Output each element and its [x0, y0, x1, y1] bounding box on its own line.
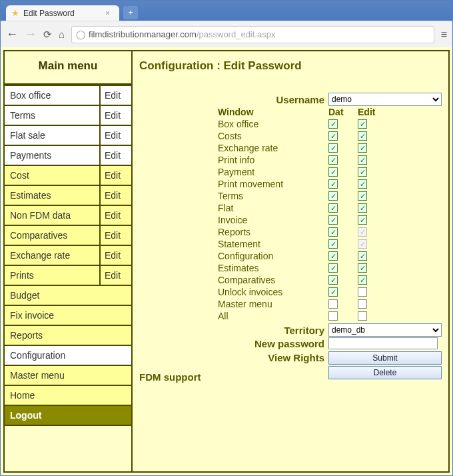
checkbox[interactable]: ✓	[328, 227, 338, 237]
new-password-input[interactable]	[328, 337, 438, 349]
permission-row: All✓✓	[218, 310, 442, 322]
sidebar-item-edit[interactable]: Edit	[99, 166, 131, 185]
sidebar-item-label[interactable]: Comparatives	[5, 226, 99, 245]
url-bar[interactable]: ◯ filmdistributionmanager.com/password_e…	[71, 26, 434, 43]
sidebar-item-label[interactable]: Terms	[5, 106, 99, 125]
view-rights-label: View Rights	[218, 352, 328, 363]
sidebar-item: Exchange rateEdit	[5, 246, 131, 266]
sidebar-item-label[interactable]: Box office	[5, 86, 99, 105]
home-button[interactable]: ⌂	[59, 29, 65, 40]
sidebar-item-label[interactable]: Master menu	[5, 366, 131, 385]
checkbox[interactable]: ✓	[328, 215, 338, 225]
permission-name: Flat	[218, 203, 328, 213]
back-button[interactable]: ←	[6, 27, 18, 41]
reload-button[interactable]: ⟳	[43, 29, 52, 41]
permission-row: Print movement✓✓	[218, 178, 442, 190]
permission-name: Configuration	[218, 251, 328, 261]
checkbox[interactable]: ✓	[358, 287, 367, 297]
permission-row: Flat✓✓	[218, 202, 442, 214]
checkbox[interactable]: ✓	[328, 203, 338, 213]
checkbox[interactable]: ✓	[358, 275, 367, 285]
permission-row: Estimates✓✓	[218, 262, 442, 274]
tab-title: Edit Password	[23, 9, 75, 18]
checkbox[interactable]: ✓	[358, 131, 367, 141]
checkbox[interactable]: ✓	[328, 155, 338, 165]
checkbox[interactable]: ✓	[358, 263, 367, 273]
checkbox[interactable]: ✓	[358, 191, 367, 201]
permission-name: Reports	[218, 227, 328, 237]
checkbox[interactable]: ✓	[328, 119, 338, 129]
sidebar-item: Fix invoice	[5, 306, 131, 326]
globe-icon: ◯	[76, 29, 86, 39]
permission-name: Estimates	[218, 263, 328, 273]
checkbox[interactable]: ✓	[328, 251, 338, 261]
sidebar-item-label[interactable]: Payments	[5, 146, 99, 165]
checkbox[interactable]: ✓	[358, 143, 367, 153]
sidebar-item-label[interactable]: Home	[5, 386, 131, 405]
sidebar-item-label[interactable]: Logout	[5, 406, 131, 425]
sidebar-item-label[interactable]: Non FDM data	[5, 206, 99, 225]
sidebar-item-label[interactable]: Flat sale	[5, 126, 99, 145]
checkbox[interactable]: ✓	[328, 287, 338, 297]
sidebar-item-label[interactable]: Fix invoice	[5, 306, 131, 325]
checkbox[interactable]: ✓	[328, 143, 338, 153]
territory-select[interactable]: demo_db	[328, 323, 442, 337]
sidebar-item-label[interactable]: Exchange rate	[5, 246, 99, 265]
sidebar-item-label[interactable]: Prints	[5, 266, 99, 285]
sidebar-item-edit[interactable]: Edit	[99, 86, 131, 105]
permission-name: Payment	[218, 167, 328, 177]
permission-row: Comparatives✓✓	[218, 274, 442, 286]
sidebar-item-label[interactable]: Cost	[5, 166, 99, 185]
page-title: Configuration : Edit Password	[139, 59, 442, 73]
permission-row: Statement✓✓	[218, 238, 442, 250]
checkbox[interactable]: ✓	[328, 275, 338, 285]
checkbox[interactable]: ✓	[358, 167, 367, 177]
permissions-header: Window Dat Edit	[218, 106, 442, 118]
checkbox[interactable]: ✓	[358, 203, 367, 213]
username-select[interactable]: demo	[328, 93, 442, 106]
checkbox[interactable]: ✓	[358, 215, 367, 225]
permission-row: Configuration✓✓	[218, 250, 442, 262]
checkbox[interactable]: ✓	[328, 191, 338, 201]
checkbox[interactable]: ✓	[358, 299, 367, 309]
permission-name: Terms	[218, 191, 328, 201]
new-tab-button[interactable]: +	[123, 6, 138, 19]
sidebar-item-edit[interactable]: Edit	[99, 246, 131, 265]
sidebar-item-edit[interactable]: Edit	[99, 266, 131, 285]
checkbox[interactable]: ✓	[358, 311, 367, 321]
permission-row: Reports✓✓	[218, 226, 442, 238]
browser-tab[interactable]: ★ Edit Password ×	[6, 5, 119, 21]
sidebar-item-edit[interactable]: Edit	[99, 186, 131, 205]
submit-button[interactable]: Submit	[328, 351, 442, 365]
sidebar-item-label[interactable]: Reports	[5, 326, 131, 345]
sidebar-item-label[interactable]: Budget	[5, 286, 131, 305]
permission-name: Comparatives	[218, 275, 328, 285]
checkbox[interactable]: ✓	[328, 311, 338, 321]
sidebar-item-edit[interactable]: Edit	[99, 226, 131, 245]
checkbox[interactable]: ✓	[358, 251, 367, 261]
checkbox[interactable]: ✓	[328, 263, 338, 273]
sidebar-item-label[interactable]: Configuration	[5, 346, 131, 365]
checkbox[interactable]: ✓	[358, 179, 367, 189]
sidebar-item-edit[interactable]: Edit	[99, 106, 131, 125]
tab-close-icon[interactable]: ×	[105, 9, 110, 18]
chrome-menu-icon[interactable]: ≡	[441, 29, 447, 41]
sidebar-item: Budget	[5, 286, 131, 306]
sidebar-item: Non FDM dataEdit	[5, 206, 131, 226]
sidebar-item-label[interactable]: Estimates	[5, 186, 99, 205]
checkbox[interactable]: ✓	[328, 299, 338, 309]
checkbox[interactable]: ✓	[328, 239, 338, 249]
checkbox[interactable]: ✓	[328, 167, 338, 177]
permission-name: All	[218, 311, 328, 321]
checkbox[interactable]: ✓	[328, 179, 338, 189]
sidebar-item-edit[interactable]: Edit	[99, 146, 131, 165]
sidebar-item-edit[interactable]: Edit	[99, 206, 131, 225]
checkbox[interactable]: ✓	[328, 131, 338, 141]
checkbox[interactable]: ✓	[358, 155, 367, 165]
delete-button[interactable]: Delete	[328, 366, 442, 379]
sidebar-item-edit[interactable]: Edit	[99, 126, 131, 145]
sidebar-item: Home	[5, 386, 131, 406]
permission-name: Master menu	[218, 299, 328, 309]
permission-name: Print info	[218, 155, 328, 165]
checkbox[interactable]: ✓	[358, 119, 367, 129]
